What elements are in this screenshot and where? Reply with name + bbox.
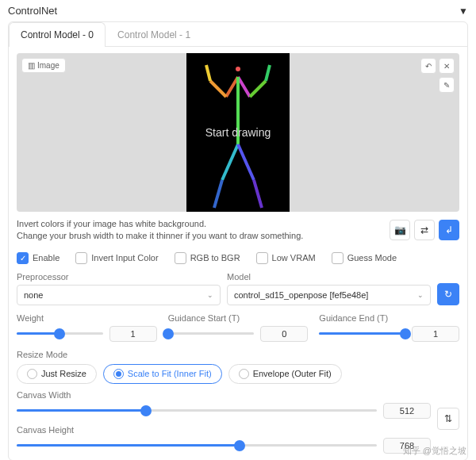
- collapse-icon: ▼: [459, 6, 468, 17]
- resize-mode-label: Resize Mode: [17, 350, 459, 359]
- gend-slider[interactable]: [319, 332, 405, 335]
- close-icon[interactable]: ✕: [439, 58, 455, 74]
- model-select[interactable]: control_sd15_openpose [fef5e48e]⌄: [227, 285, 431, 305]
- svg-line-7: [222, 144, 238, 180]
- gstart-value[interactable]: 0: [260, 326, 308, 342]
- gend-label: Guidance End (T): [319, 313, 459, 323]
- refresh-model-button[interactable]: ↻: [437, 283, 459, 305]
- swap-dimensions-button[interactable]: ⇅: [437, 408, 459, 430]
- checkbox-box[interactable]: [256, 252, 268, 264]
- canvas-width-slider[interactable]: [17, 409, 377, 412]
- edit-icon[interactable]: ✎: [439, 77, 455, 93]
- panel-body: Control Model - 0 Control Model - 1 ▥ Im…: [8, 21, 468, 460]
- canvas-height-label: Canvas Height: [17, 425, 431, 435]
- chevron-down-icon: ⌄: [417, 291, 424, 299]
- svg-line-3: [206, 65, 210, 81]
- panel-title: ControlNet: [8, 5, 57, 17]
- checkbox-invert-input-color[interactable]: Invert Input Color: [75, 252, 158, 264]
- canvas-width-value[interactable]: 512: [383, 403, 431, 419]
- svg-point-11: [236, 67, 240, 71]
- gstart-slider[interactable]: [168, 332, 255, 335]
- chevron-down-icon: ⌄: [207, 291, 213, 299]
- preprocessor-label: Preprocessor: [17, 272, 221, 282]
- checkbox-enable[interactable]: ✓ Enable: [17, 252, 60, 264]
- radio-circle[interactable]: [113, 369, 124, 379]
- checkbox-box[interactable]: [75, 252, 87, 264]
- radio-just-resize[interactable]: Just Resize: [17, 364, 97, 384]
- send-icon[interactable]: ↲: [439, 220, 459, 240]
- checkbox-box[interactable]: [332, 252, 344, 264]
- camera-icon[interactable]: 📷: [390, 220, 410, 240]
- panel-header[interactable]: ControlNet ▼: [0, 0, 476, 21]
- radio-envelope-outer-fit-[interactable]: Envelope (Outer Fit): [228, 364, 342, 384]
- canvas-height-slider[interactable]: [17, 444, 377, 447]
- svg-line-10: [254, 180, 262, 208]
- preprocessor-select[interactable]: none⌄: [17, 285, 221, 305]
- svg-line-2: [210, 81, 226, 97]
- checkbox-guess-mode[interactable]: Guess Mode: [332, 252, 397, 264]
- radio-circle[interactable]: [27, 369, 37, 379]
- image-drop-area[interactable]: ▥ Image ↶ ✕ ✎: [17, 53, 459, 212]
- svg-line-1: [238, 77, 250, 97]
- svg-line-0: [226, 77, 238, 97]
- checkbox-box[interactable]: [175, 252, 186, 264]
- svg-line-9: [238, 144, 254, 180]
- radio-scale-to-fit-inner-fit-[interactable]: Scale to Fit (Inner Fit): [103, 364, 222, 384]
- tabs: Control Model - 0 Control Model - 1: [9, 22, 467, 47]
- image-source-button[interactable]: ▥ Image: [21, 58, 66, 73]
- weight-label: Weight: [17, 313, 157, 323]
- svg-line-8: [214, 180, 222, 208]
- svg-line-5: [266, 65, 270, 81]
- pose-canvas: Start drawing: [186, 53, 290, 212]
- radio-circle[interactable]: [239, 369, 249, 379]
- tab-control-model-1[interactable]: Control Model - 1: [106, 22, 202, 47]
- watermark: 知乎 @觉悟之坡: [403, 445, 466, 457]
- weight-slider[interactable]: [17, 332, 103, 335]
- gend-value[interactable]: 1: [412, 326, 459, 342]
- weight-value[interactable]: 1: [109, 326, 157, 342]
- image-icon: ▥: [28, 61, 35, 70]
- swap-icon[interactable]: ⇄: [414, 220, 435, 240]
- canvas-width-label: Canvas Width: [17, 390, 431, 400]
- canvas-overlay-text: Start drawing: [205, 126, 271, 139]
- checkbox-low-vram[interactable]: Low VRAM: [256, 252, 316, 264]
- model-label: Model: [227, 272, 431, 282]
- checkbox-box[interactable]: ✓: [17, 252, 29, 264]
- undo-icon[interactable]: ↶: [420, 58, 436, 74]
- hint-text: Invert colors if your image has white ba…: [17, 218, 303, 243]
- checkbox-rgb-to-bgr[interactable]: RGB to BGR: [175, 252, 240, 264]
- tab-control-model-0[interactable]: Control Model - 0: [9, 22, 106, 47]
- gstart-label: Guidance Start (T): [168, 313, 309, 323]
- svg-line-4: [250, 81, 266, 97]
